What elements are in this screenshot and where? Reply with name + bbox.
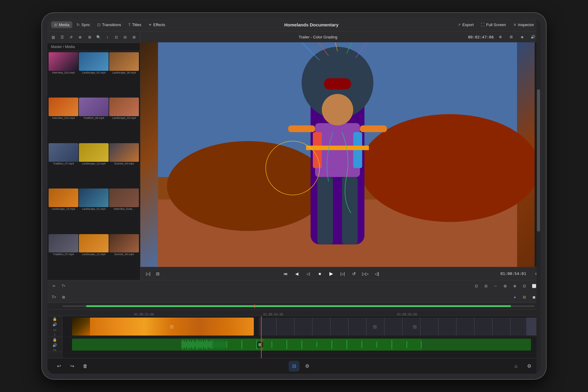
media-item[interactable]: Landscape_03.mp4 — [109, 98, 139, 142]
play-btn[interactable]: ▶ — [327, 270, 335, 278]
video-clip-dancers[interactable]: ⊞ ⊞ — [259, 318, 531, 336]
svg-rect-39 — [198, 342, 199, 348]
blade-tool-btn[interactable]: ✂ — [50, 282, 58, 290]
media-item[interactable]: Tradition_07.mp4 — [49, 143, 78, 188]
svg-rect-37 — [196, 340, 196, 349]
media-item[interactable]: Landscape_12.mp4 — [79, 234, 109, 279]
color-btn[interactable]: ⚙ — [302, 361, 313, 372]
media-menu-item[interactable]: ⊞ Media — [51, 21, 72, 28]
rewind-btn[interactable]: ◀ — [293, 270, 301, 278]
audio-vol-icon[interactable]: 🔊 — [52, 343, 57, 347]
titles-menu-item[interactable]: T Titles — [125, 21, 144, 28]
effects-menu-item[interactable]: ✦ Effects — [146, 21, 168, 28]
media-item[interactable]: Tradition_06.mp4 — [79, 98, 109, 142]
transitions-menu-item[interactable]: ⊡ Transitions — [94, 21, 124, 28]
svg-rect-56 — [302, 341, 302, 348]
svg-rect-79 — [225, 340, 226, 349]
media-item[interactable]: Sunrise_04.mp4 — [109, 143, 139, 188]
link-btn[interactable]: ⊕ — [76, 34, 84, 41]
audio-clip[interactable]: ⊞ — [72, 339, 531, 351]
rotate-btn[interactable]: ↺ — [67, 34, 75, 41]
search-btn[interactable]: 🔍 — [94, 34, 103, 41]
go-to-end-btn[interactable]: ▷| — [338, 270, 347, 278]
menu-right: ↗ Export ⛶ Full Screen ✕ Inspector — [454, 21, 537, 28]
preview-zoom-btn[interactable]: ⊞ — [507, 33, 515, 41]
edit-tool-btn[interactable]: T+ — [59, 282, 68, 290]
tl-tool3[interactable]: ↔ — [491, 282, 500, 290]
tl-settings-btn[interactable]: ⊟ — [520, 294, 529, 301]
media-item[interactable]: Tradition_07.mp4 — [49, 234, 78, 279]
playback-in-btn[interactable]: ▷| — [144, 270, 152, 278]
undo-btn[interactable]: ↩ — [53, 361, 64, 372]
home-btn[interactable]: ⌂ — [511, 361, 521, 372]
delete-btn[interactable]: 🗑 — [80, 361, 91, 372]
fullscreen-menu-item[interactable]: ⛶ Full Screen — [478, 21, 509, 28]
preview-settings-btn[interactable]: ⊕ — [496, 33, 505, 41]
media-item[interactable]: Landscape_12.mp4 — [79, 143, 109, 188]
tl-tool6[interactable]: ⊡ — [520, 282, 529, 290]
export-menu-item[interactable]: ↗ Export — [454, 21, 477, 28]
menu-bar: ⊞ Media ↻ Sync ⊡ Transitions T Titles ✦ … — [47, 18, 541, 32]
sort-btn[interactable]: ↕ — [103, 34, 112, 41]
tl-tool4[interactable]: ⊞ — [501, 282, 509, 290]
video-icon[interactable]: ▭ — [53, 328, 56, 332]
media-item[interactable]: Sunrise_04.mp4 — [109, 234, 139, 279]
media-item[interactable]: Interview_010.mp4 — [49, 98, 78, 142]
svg-rect-30 — [188, 340, 188, 349]
ipad-device: ⊞ Media ↻ Sync ⊡ Transitions T Titles ✦ … — [42, 13, 546, 379]
list-view-btn[interactable]: ☰ — [58, 34, 67, 41]
sync-menu-item[interactable]: ↻ Sync — [74, 21, 93, 28]
sidebar-toggle-btn[interactable]: ▥ — [49, 34, 58, 41]
preview-volume-btn[interactable]: 🔊 — [529, 33, 537, 41]
bottom-right-controls: ⌂ ⚙ — [511, 361, 535, 372]
lock-icon[interactable]: 🔒 — [52, 317, 57, 321]
audio-btn[interactable]: ⊟ — [121, 34, 130, 41]
svg-point-21 — [322, 94, 353, 125]
go-to-start-btn[interactable]: ⏮ — [281, 270, 290, 278]
settings-btn[interactable]: ⚙ — [524, 361, 535, 372]
next-edit-btn[interactable]: ▷▷ — [361, 270, 370, 278]
tl-cursor-btn[interactable]: T+ — [50, 294, 58, 301]
preview-video — [140, 42, 535, 267]
stop-btn[interactable]: ■ — [316, 270, 324, 278]
media-item[interactable]: Interview_Dusk... — [109, 188, 139, 233]
playback-adjust-btn[interactable]: ⊟ — [154, 270, 162, 278]
tl-snap-btn[interactable]: ⊞ — [59, 294, 68, 301]
svg-rect-31 — [189, 341, 189, 348]
tl-tool1[interactable]: ⊡ — [472, 282, 481, 290]
step-back-btn[interactable]: ◁ — [304, 270, 313, 278]
tl-blue-dot[interactable]: ● — [511, 294, 519, 301]
media-item[interactable]: Landscape_01.mp4 — [79, 188, 109, 233]
time-label-3: 01:00:56:00 — [397, 313, 417, 316]
tl-tool5[interactable]: ⊕ — [511, 282, 519, 290]
transport-controls: ⏮ ◀ ◁ ■ ▶ ▷| ↺ ▷▷ ◁| — [281, 270, 381, 278]
media-item[interactable]: Interview_010.mp4 — [49, 52, 78, 97]
media-item[interactable]: Landscape_02.mp4 — [79, 52, 109, 97]
video-clip-sunset[interactable]: ⊞ — [72, 318, 254, 336]
grid-btn[interactable]: ⊞ — [86, 34, 94, 41]
filmstrip-btn[interactable]: ⊞ — [130, 34, 138, 41]
loop-btn[interactable]: ↺ — [350, 270, 358, 278]
timeline-btn[interactable]: ⊟ — [289, 361, 299, 372]
transitions-icon: ⊡ — [97, 23, 100, 27]
media-item-label: Sunrise_04.mp4 — [109, 162, 139, 165]
media-item-label: Landscape_24.mp4 — [49, 207, 78, 211]
sync-label: Sync — [81, 23, 90, 27]
inspector-menu-item[interactable]: ✕ Inspector — [510, 21, 537, 28]
clip-trim-btn[interactable]: ⊡ — [112, 34, 121, 41]
tl-tool2[interactable]: ⊟ — [482, 282, 490, 290]
preview-audio-btn[interactable]: ◈ — [518, 33, 526, 41]
audio-track-icon[interactable]: 🔊 — [52, 322, 57, 327]
media-item-label: Interview_010.mp4 — [49, 71, 78, 74]
svg-rect-26 — [183, 340, 183, 349]
media-item[interactable]: Landscape_24.mp4 — [49, 188, 78, 233]
redo-btn[interactable]: ↪ — [67, 361, 77, 372]
track-content-area: ⊞ ⊞ ⊞ — [62, 316, 541, 358]
svg-rect-40 — [200, 341, 200, 348]
media-item[interactable]: Landscape_06.mp4 — [109, 52, 139, 97]
prev-edit-btn[interactable]: ◁| — [373, 270, 381, 278]
clip-icon-1: ⊞ — [373, 324, 377, 330]
svg-rect-49 — [210, 341, 211, 348]
audio-lock-icon[interactable]: 🔒 — [52, 338, 57, 342]
svg-rect-36 — [195, 342, 195, 347]
